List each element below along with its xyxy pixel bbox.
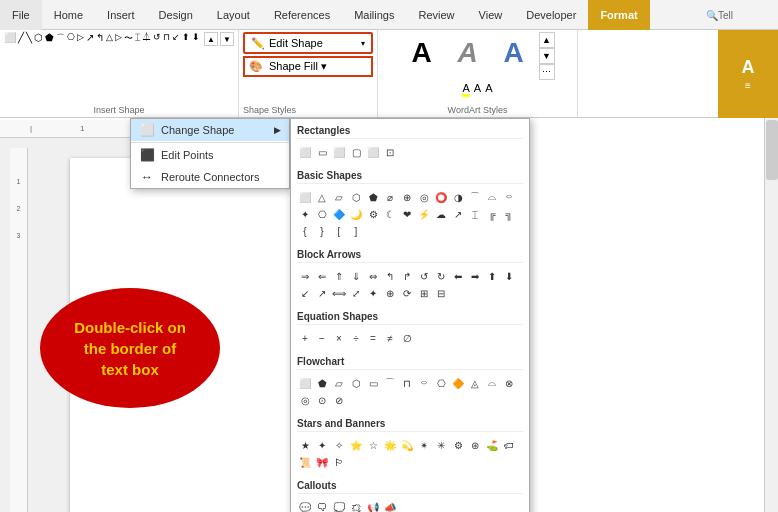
arrow-shape[interactable]: ↻ bbox=[433, 268, 449, 284]
rect-shape[interactable]: ▭ bbox=[314, 144, 330, 160]
arrow-shape[interactable]: ✦ bbox=[365, 285, 381, 301]
banner-shape[interactable]: 🏳 bbox=[331, 454, 347, 470]
tab-file[interactable]: File bbox=[0, 0, 42, 30]
eq-shape[interactable]: × bbox=[331, 330, 347, 346]
shape-fill-button[interactable]: 🎨 Shape Fill ▾ bbox=[243, 56, 373, 77]
shape-btn[interactable]: ▷ bbox=[77, 32, 84, 42]
basic-shape[interactable]: ↗ bbox=[450, 206, 466, 222]
shape-btn[interactable]: ╱ bbox=[18, 32, 24, 43]
eq-shape[interactable]: + bbox=[297, 330, 313, 346]
basic-shape[interactable]: ⌔ bbox=[501, 189, 517, 205]
tab-design[interactable]: Design bbox=[147, 0, 205, 30]
arrow-shape[interactable]: ↰ bbox=[382, 268, 398, 284]
shape-btn[interactable]: ⬆ bbox=[182, 32, 190, 42]
shape-btn[interactable]: ▷ bbox=[115, 32, 122, 42]
basic-shape[interactable]: ⚙ bbox=[365, 206, 381, 222]
eq-shape[interactable]: ÷ bbox=[348, 330, 364, 346]
star-shape[interactable]: ✧ bbox=[331, 437, 347, 453]
arrow-shape[interactable]: ➡ bbox=[467, 268, 483, 284]
banner-shape[interactable]: 🎀 bbox=[314, 454, 330, 470]
flow-shape[interactable]: 🔶 bbox=[450, 375, 466, 391]
basic-shape[interactable]: ⌶ bbox=[467, 206, 483, 222]
basic-shape[interactable]: { bbox=[297, 223, 313, 239]
arrow-shape[interactable]: ⊕ bbox=[382, 285, 398, 301]
eq-shape[interactable]: ≠ bbox=[382, 330, 398, 346]
flow-shape[interactable]: ⌓ bbox=[484, 375, 500, 391]
basic-shape[interactable]: ❤ bbox=[399, 206, 415, 222]
banner-shape[interactable]: 📜 bbox=[297, 454, 313, 470]
eq-shape[interactable]: ∅ bbox=[399, 330, 415, 346]
star-shape[interactable]: ⚙ bbox=[450, 437, 466, 453]
rect-shape[interactable]: ⬜ bbox=[331, 144, 347, 160]
basic-shape[interactable]: ◎ bbox=[416, 189, 432, 205]
shape-btn[interactable]: ⬡ bbox=[34, 32, 43, 43]
arrow-shape[interactable]: ⟺ bbox=[331, 285, 347, 301]
basic-shape[interactable]: ⌀ bbox=[382, 189, 398, 205]
basic-shape[interactable]: ⌓ bbox=[484, 189, 500, 205]
basic-shape[interactable]: ☾ bbox=[382, 206, 398, 222]
basic-shape[interactable]: ⎔ bbox=[314, 206, 330, 222]
wordart-scroll-down[interactable]: ▼ bbox=[539, 48, 555, 64]
edit-shape-button[interactable]: ✏️ Edit Shape ▾ bbox=[243, 32, 373, 54]
banner-shape[interactable]: 🏷 bbox=[501, 437, 517, 453]
arrow-shape[interactable]: ⬇ bbox=[501, 268, 517, 284]
basic-shape[interactable]: [ bbox=[331, 223, 347, 239]
star-shape[interactable]: ☆ bbox=[365, 437, 381, 453]
rect-shape[interactable]: ⬜ bbox=[365, 144, 381, 160]
shape-btn[interactable]: ╲ bbox=[26, 32, 32, 43]
wordart-more[interactable]: ⋯ bbox=[539, 64, 555, 80]
tab-review[interactable]: Review bbox=[407, 0, 467, 30]
star-shape[interactable]: ⊛ bbox=[467, 437, 483, 453]
arrow-shape[interactable]: ⟳ bbox=[399, 285, 415, 301]
shape-btn[interactable]: ⬇ bbox=[192, 32, 200, 42]
shape-btn[interactable]: ↰ bbox=[96, 32, 104, 43]
basic-shape[interactable]: ⭕ bbox=[433, 189, 449, 205]
flow-shape[interactable]: ◎ bbox=[297, 392, 313, 408]
basic-shape[interactable]: ⚡ bbox=[416, 206, 432, 222]
shape-btn[interactable]: ⌒ bbox=[56, 32, 65, 45]
callout-shape[interactable]: 💭 bbox=[331, 499, 347, 512]
tab-format[interactable]: Format bbox=[588, 0, 649, 30]
basic-shape[interactable]: ⬡ bbox=[348, 189, 364, 205]
star-shape[interactable]: ★ bbox=[297, 437, 313, 453]
star-shape[interactable]: ✴ bbox=[416, 437, 432, 453]
tab-layout[interactable]: Layout bbox=[205, 0, 262, 30]
flow-shape[interactable]: ⎔ bbox=[433, 375, 449, 391]
flow-shape[interactable]: ▭ bbox=[365, 375, 381, 391]
align-icon[interactable]: ≡ bbox=[745, 80, 751, 91]
tab-references[interactable]: References bbox=[262, 0, 342, 30]
flow-shape[interactable]: ⬡ bbox=[348, 375, 364, 391]
reroute-item[interactable]: ↔ Reroute Connectors bbox=[131, 166, 289, 188]
text-effects-button[interactable]: A bbox=[485, 82, 492, 97]
basic-shape[interactable]: △ bbox=[314, 189, 330, 205]
tab-view[interactable]: View bbox=[467, 0, 515, 30]
basic-shape[interactable]: ⌒ bbox=[467, 189, 483, 205]
arrow-shape[interactable]: ↗ bbox=[314, 285, 330, 301]
tab-developer[interactable]: Developer bbox=[514, 0, 588, 30]
shape-btn[interactable]: ↺ bbox=[153, 32, 161, 42]
basic-shape[interactable]: ╗ bbox=[501, 206, 517, 222]
flow-shape[interactable]: ⊘ bbox=[331, 392, 347, 408]
star-shape[interactable]: ⭐ bbox=[348, 437, 364, 453]
shape-btn[interactable]: ⊓ bbox=[163, 32, 170, 42]
flow-shape[interactable]: ▱ bbox=[331, 375, 347, 391]
tab-mailings[interactable]: Mailings bbox=[342, 0, 406, 30]
flow-shape[interactable]: ⊓ bbox=[399, 375, 415, 391]
flow-shape[interactable]: ⌔ bbox=[416, 375, 432, 391]
shape-btn[interactable]: △ bbox=[106, 32, 113, 42]
shape-btn[interactable]: ⌶ bbox=[135, 32, 140, 42]
callout-shape[interactable]: 🗯 bbox=[348, 499, 364, 512]
arrow-shape[interactable]: ⇐ bbox=[314, 268, 330, 284]
arrow-shape[interactable]: ⬆ bbox=[484, 268, 500, 284]
arrow-shape[interactable]: ⬅ bbox=[450, 268, 466, 284]
wordart-sample-3[interactable]: A bbox=[493, 32, 535, 74]
star-shape[interactable]: ✦ bbox=[314, 437, 330, 453]
flow-shape[interactable]: ⬟ bbox=[314, 375, 330, 391]
shape-btn[interactable]: ⎔ bbox=[67, 32, 75, 42]
shape-btn[interactable]: ⬜ bbox=[4, 32, 16, 43]
arrow-shape[interactable]: ↙ bbox=[297, 285, 313, 301]
rect-shape[interactable]: ⊡ bbox=[382, 144, 398, 160]
shape-btn[interactable]: 〜 bbox=[124, 32, 133, 45]
basic-shape[interactable]: ] bbox=[348, 223, 364, 239]
text-align-icon[interactable]: A bbox=[742, 57, 755, 78]
